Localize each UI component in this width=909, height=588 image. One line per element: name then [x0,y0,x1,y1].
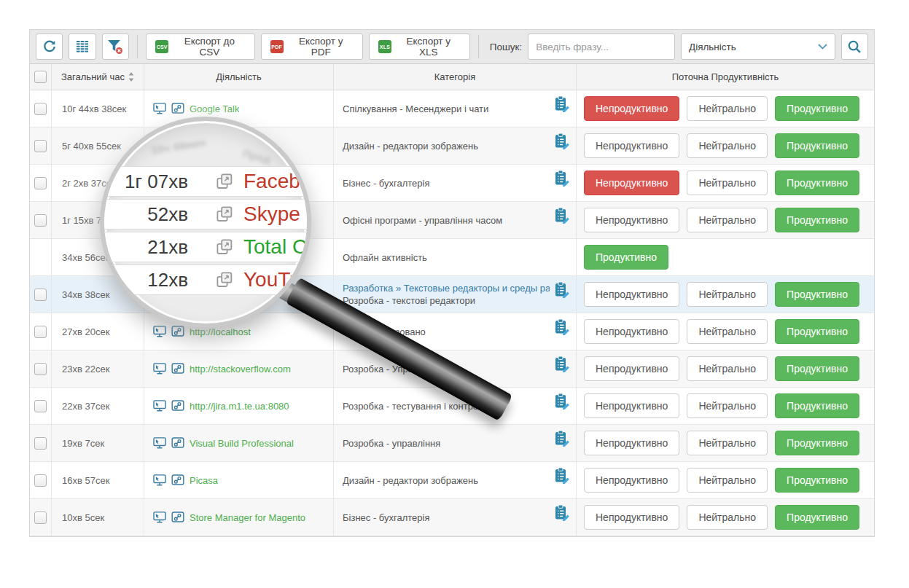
unproductive-button[interactable]: Непродуктивно [584,505,679,530]
table-row: 10хв 5сек Store Manager for Magento Бізн… [30,499,874,536]
unproductive-button[interactable]: Непродуктивно [584,431,679,455]
neutral-button[interactable]: Нейтрально [687,468,768,493]
unproductive-button[interactable]: Непродуктивно [584,133,679,158]
row-checkbox[interactable] [34,103,47,115]
edit-category-icon[interactable] [554,95,569,112]
export-pdf-button[interactable]: PDF Експорт у PDF [261,34,363,60]
productivity-cell: Непродуктивно Нейтрально Продуктивно [577,499,874,536]
neutral-button[interactable]: Нейтрально [687,393,768,418]
productive-button[interactable]: Продуктивно [775,319,859,344]
category-text: Офлайн активність [343,252,427,263]
row-checkbox[interactable] [34,400,47,412]
neutral-button[interactable]: Нейтрально [687,319,768,344]
unproductive-button[interactable]: Непродуктивно [584,208,679,232]
row-checkbox[interactable] [34,214,47,227]
productive-button[interactable]: Продуктивно [775,505,859,530]
neutral-button[interactable]: Нейтрально [687,282,768,307]
row-checkbox[interactable] [34,326,47,338]
unproductive-button[interactable]: Непродуктивно [584,468,679,493]
header-category[interactable]: Категорія [334,64,577,90]
csv-file-icon: CSV [155,40,168,53]
header-activity[interactable]: Діяльність [144,64,334,90]
edit-category-icon[interactable] [554,281,569,298]
activity-link[interactable]: Visual Build Professional [190,438,294,449]
edit-category-icon[interactable] [554,430,569,447]
window-link-icon [171,400,184,412]
unproductive-button[interactable]: Непродуктивно [584,282,679,307]
row-checkbox[interactable] [34,140,47,152]
row-checkbox[interactable] [34,289,47,301]
unproductive-button[interactable]: Непродуктивно [584,319,679,344]
header-total-time[interactable]: Загальний час [52,64,144,90]
neutral-button[interactable]: Нейтрально [687,96,768,121]
total-time-cell: 27хв 20сек [52,313,144,350]
activity-link[interactable]: Picasa [190,475,218,486]
neutral-button[interactable]: Нейтрально [687,208,768,232]
neutral-button[interactable]: Нейтрально [687,170,768,195]
productive-button[interactable]: Продуктивно [775,468,859,493]
activity-link[interactable]: http://jira.m1.te.ua:8080 [190,401,289,412]
category-text: Разработка » Текстовые редакторы и среды… [343,283,550,306]
edit-category-icon[interactable] [554,318,569,335]
export-csv-button[interactable]: CSV Експорт до CSV [146,34,255,60]
sort-icon[interactable] [128,72,134,82]
productive-button[interactable]: Продуктивно [775,133,859,158]
productive-button[interactable]: Продуктивно [775,431,859,455]
unproductive-button[interactable]: Непродуктивно [584,170,679,195]
row-checkbox[interactable] [34,511,47,524]
total-time-value: 34хв 56сек [62,252,109,263]
external-link-icon [216,271,233,289]
toolbar: CSV Експорт до CSV PDF Експорт у PDF XLS… [30,30,874,64]
productive-button[interactable]: Продуктивно [775,393,859,418]
select-all-checkbox[interactable] [34,71,47,83]
refresh-button[interactable] [36,34,63,60]
edit-category-icon[interactable] [554,467,569,484]
edit-category-icon[interactable] [554,393,569,409]
neutral-button[interactable]: Нейтрально [687,133,768,158]
unproductive-button[interactable]: Непродуктивно [584,356,679,381]
edit-category-icon[interactable] [554,170,569,187]
export-xls-button[interactable]: XLS Експорт у XLS [369,34,470,60]
export-xls-label: Експорт у XLS [397,36,461,58]
search-field-select[interactable]: Діяльність [681,34,835,60]
row-checkbox[interactable] [34,177,47,189]
activity-link[interactable]: http://stackoverflow.com [190,364,291,375]
productive-button[interactable]: Продуктивно [775,170,859,195]
search-input[interactable] [528,34,675,60]
chevron-down-icon [818,44,827,50]
window-link-icon [171,363,184,375]
category-cell: Бізнес - бухгалтерія [334,165,577,201]
activity-link[interactable]: Store Manager for Magento [190,512,305,523]
row-checkbox-cell [30,202,52,238]
monitor-icon [153,437,166,449]
edit-category-icon[interactable] [554,356,569,372]
header-productivity[interactable]: Поточна Продуктивність [577,64,874,90]
productive-button[interactable]: Продуктивно [775,96,859,121]
row-checkbox[interactable] [34,437,47,450]
productive-button[interactable]: Продуктивно [775,208,859,232]
magnified-app-link[interactable]: Total Comma [243,235,311,259]
neutral-button[interactable]: Нейтрально [687,505,768,530]
search-button[interactable] [841,34,868,60]
total-time-value: 34хв 38сек [62,289,109,300]
activity-link[interactable]: Google Talk [190,103,239,114]
neutral-button[interactable]: Нейтрально [687,431,768,455]
columns-button[interactable] [69,34,95,60]
productive-button[interactable]: Продуктивно [584,245,668,270]
unproductive-button[interactable]: Непродуктивно [584,393,679,418]
productive-button[interactable]: Продуктивно [775,282,859,307]
external-link-icon [216,238,233,256]
edit-category-icon[interactable] [554,133,569,149]
neutral-button[interactable]: Нейтрально [687,356,768,381]
edit-category-icon[interactable] [554,504,569,521]
search-label: Пошук: [490,42,522,52]
row-checkbox-cell [30,90,52,127]
productive-button[interactable]: Продуктивно [775,356,859,381]
row-checkbox[interactable] [34,474,47,487]
magnified-app-link[interactable]: Skype [243,203,300,226]
row-checkbox[interactable] [34,363,47,375]
edit-category-icon[interactable] [554,207,569,224]
clear-filter-button[interactable] [102,34,129,60]
productivity-cell: Непродуктивно Нейтрально Продуктивно [577,388,874,424]
unproductive-button[interactable]: Непродуктивно [584,96,679,121]
